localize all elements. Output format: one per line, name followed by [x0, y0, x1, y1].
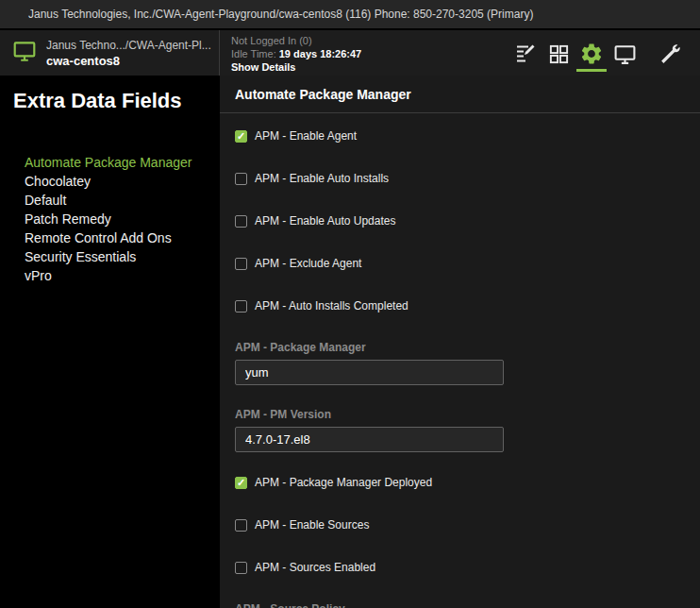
show-details-link[interactable]: Show Details: [231, 60, 361, 74]
apm-pm-version-label: APM - PM Version: [235, 408, 685, 421]
field-group: APM - Package Manager: [235, 341, 685, 385]
apm-enable-sources-label: APM - Enable Sources: [255, 518, 369, 532]
apm-exclude-agent-label: APM - Exclude Agent: [255, 257, 361, 270]
device-monitor-icon: [12, 39, 37, 67]
sidebar: Extra Data Fields Automate Package Manag…: [0, 76, 220, 608]
apm-auto-installs-completed-checkbox[interactable]: [235, 300, 247, 312]
app-window: Janus Technologies, Inc./CWA-Agent-Playg…: [0, 0, 700, 608]
window-title-bar: Janus Technologies, Inc./CWA-Agent-Playg…: [0, 0, 700, 28]
sidebar-item-chocolatey[interactable]: Chocolatey: [13, 172, 207, 191]
field-group: APM - PM Version: [235, 408, 685, 452]
apm-sources-enabled-checkbox[interactable]: [235, 562, 247, 574]
device-summary: Janus Techno.../CWA-Agent-Pl... cwa-cent…: [0, 30, 220, 76]
idle-time-value: 19 days 18:26:47: [279, 48, 361, 59]
apm-enable-auto-updates-label: APM - Enable Auto Updates: [255, 214, 395, 228]
sidebar-item-vpro[interactable]: vPro: [13, 266, 207, 285]
monitor-icon[interactable]: [609, 34, 640, 72]
apm-enable-auto-updates-checkbox[interactable]: [235, 215, 247, 228]
apm-enable-agent-label: APM - Enable Agent: [255, 129, 357, 143]
sidebar-item-remote-control-add-ons[interactable]: Remote Control Add Ons: [13, 228, 207, 247]
apm-enable-auto-installs-label: APM - Enable Auto Installs: [255, 172, 389, 185]
page-title: Automate Package Manager: [235, 87, 685, 102]
remote-wrench-icon[interactable]: [655, 34, 685, 72]
apm-sources-enabled-label: APM - Sources Enabled: [255, 561, 375, 574]
sidebar-item-security-essentials[interactable]: Security Essentials: [13, 247, 207, 266]
checkbox-row: APM - Auto Installs Completed: [235, 298, 685, 313]
settings-gear-icon[interactable]: [576, 34, 607, 72]
main-panel: Automate Package Manager APM - Enable Ag…: [220, 76, 700, 608]
apm-package-manager-label: APM - Package Manager: [235, 341, 685, 354]
checkbox-row: APM - Enable Sources: [235, 517, 685, 532]
apm-auto-installs-completed-label: APM - Auto Installs Completed: [255, 299, 408, 312]
device-name: cwa-centos8: [46, 54, 211, 68]
page-title-bar: Automate Package Manager: [220, 76, 700, 113]
idle-time-label: Idle Time:: [231, 48, 276, 59]
sidebar-nav: Automate Package Manager Chocolatey Defa…: [13, 153, 207, 285]
apm-enable-auto-installs-checkbox[interactable]: [235, 173, 247, 185]
apm-enable-agent-checkbox[interactable]: [235, 130, 247, 143]
apm-package-manager-input[interactable]: [235, 360, 504, 385]
scripts-icon[interactable]: [510, 34, 541, 72]
device-text: Janus Techno.../CWA-Agent-Pl... cwa-cent…: [46, 39, 211, 68]
sidebar-item-default[interactable]: Default: [13, 191, 207, 210]
content-row: Extra Data Fields Automate Package Manag…: [0, 76, 700, 608]
apm-pm-version-input[interactable]: [235, 427, 504, 452]
apm-source-policy-label: APM - Source Policy: [235, 602, 685, 608]
extra-data-form: APM - Enable Agent APM - Enable Auto Ins…: [220, 113, 700, 608]
apm-enable-sources-checkbox[interactable]: [235, 519, 247, 532]
sidebar-title: Extra Data Fields: [13, 89, 207, 113]
header-icon-toolbar: [508, 30, 700, 76]
sidebar-item-patch-remedy[interactable]: Patch Remedy: [13, 210, 207, 228]
apps-grid-icon[interactable]: [543, 34, 574, 72]
login-status: Not Logged In (0): [231, 34, 361, 47]
checkbox-row: APM - Enable Auto Installs: [235, 171, 685, 186]
window-title: Janus Technologies, Inc./CWA-Agent-Playg…: [28, 8, 533, 21]
checkbox-row: APM - Enable Auto Updates: [235, 213, 685, 228]
sidebar-item-automate-package-manager[interactable]: Automate Package Manager: [13, 153, 207, 172]
header-bar: Janus Techno.../CWA-Agent-Pl... cwa-cent…: [0, 30, 700, 76]
session-status: Not Logged In (0) Idle Time: 19 days 18:…: [220, 30, 361, 76]
apm-package-manager-deployed-label: APM - Package Manager Deployed: [255, 476, 432, 489]
checkbox-row: APM - Sources Enabled: [235, 560, 685, 575]
apm-exclude-agent-checkbox[interactable]: [235, 258, 247, 270]
checkbox-row: APM - Exclude Agent: [235, 256, 685, 271]
breadcrumb: Janus Techno.../CWA-Agent-Pl...: [46, 39, 211, 52]
checkbox-row: APM - Enable Agent: [235, 128, 685, 144]
apm-package-manager-deployed-checkbox[interactable]: [235, 477, 247, 489]
checkbox-row: APM - Package Manager Deployed: [235, 475, 685, 490]
